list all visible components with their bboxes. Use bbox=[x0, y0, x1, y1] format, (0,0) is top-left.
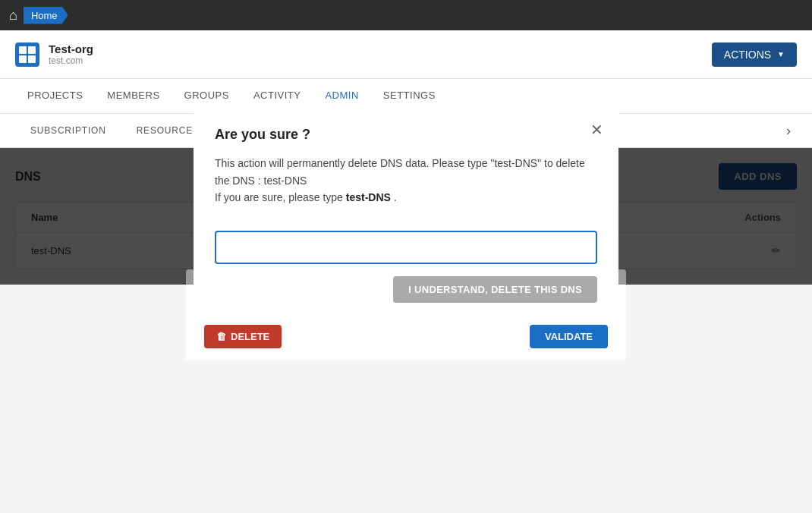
modal-footer: I UNDERSTAND, DELETE THIS DNS bbox=[215, 276, 597, 303]
nav-settings[interactable]: SETTINGS bbox=[371, 79, 448, 113]
validate-button[interactable]: VALIDATE bbox=[530, 325, 608, 348]
nav-activity[interactable]: ACTIVITY bbox=[241, 79, 313, 113]
org-name: Test-org bbox=[49, 42, 712, 55]
modal-backdrop: Are you sure ? ✕ This action will perman… bbox=[0, 148, 812, 285]
confirm-modal: Are you sure ? ✕ This action will perman… bbox=[194, 109, 618, 323]
modal-body-line2: If you are sure, please type test-DNS . bbox=[215, 189, 597, 206]
org-icon bbox=[15, 42, 39, 67]
modal-highlight: test-DNS bbox=[346, 191, 391, 203]
actions-button[interactable]: ACTIONS ▼ bbox=[712, 42, 797, 67]
nav-projects[interactable]: PROJECTS bbox=[15, 79, 95, 113]
nav-admin[interactable]: ADMIN bbox=[313, 79, 370, 113]
org-domain: test.com bbox=[49, 55, 712, 66]
modal-close-button[interactable]: ✕ bbox=[590, 121, 603, 139]
top-bar: ⌂ Home bbox=[0, 0, 812, 30]
confirm-delete-button[interactable]: I UNDERSTAND, DELETE THIS DNS bbox=[393, 276, 597, 303]
more-button[interactable]: › bbox=[780, 117, 797, 145]
nav-groups[interactable]: GROUPS bbox=[172, 79, 241, 113]
subnav-subscription[interactable]: SUBSCRIPTION bbox=[15, 115, 121, 146]
org-bar: Test-org test.com ACTIONS ▼ bbox=[0, 30, 812, 79]
home-breadcrumb[interactable]: Home bbox=[24, 7, 68, 24]
modal-body-line1: This action will permanently delete DNS … bbox=[215, 155, 597, 189]
modal-title: Are you sure ? bbox=[215, 127, 597, 143]
nav-members[interactable]: MEMBERS bbox=[95, 79, 172, 113]
chevron-down-icon: ▼ bbox=[777, 50, 785, 58]
org-info: Test-org test.com bbox=[49, 42, 712, 66]
delete-button[interactable]: 🗑 DELETE bbox=[204, 325, 282, 348]
content-area: DNS ADD DNS Name Actions test-DNS ✏ Upda… bbox=[0, 148, 812, 285]
modal-body: This action will permanently delete DNS … bbox=[215, 155, 597, 206]
confirm-input[interactable] bbox=[215, 231, 597, 264]
home-nav-icon: ⌂ bbox=[9, 8, 17, 24]
delete-icon: 🗑 bbox=[216, 331, 226, 342]
